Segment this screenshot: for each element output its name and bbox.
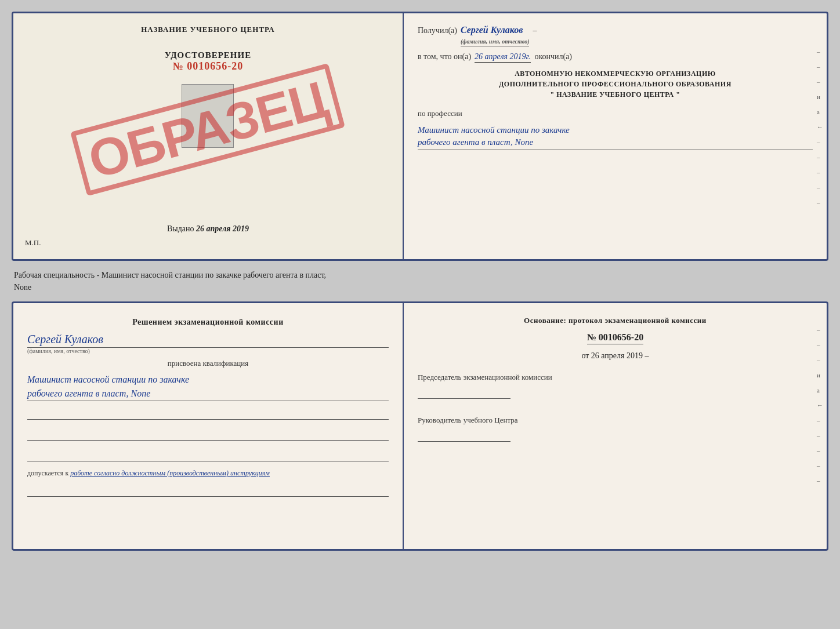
recipient-line: Получил(а) Сергей Кулаков (фамилия, имя,…: [418, 25, 813, 46]
protocol-date-prefix: от: [581, 351, 589, 360]
qualification-value: Машинист насосной станции по закачке раб…: [27, 373, 389, 401]
middle-line2: None: [14, 281, 826, 293]
issued-line: Выдано 26 апреля 2019: [167, 219, 249, 234]
doc-bottom-right: Основание: протокол экзаменационной коми…: [404, 303, 827, 549]
blank-line-4: [27, 485, 389, 497]
org-line2: ДОПОЛНИТЕЛЬНОГО ПРОФЕССИОНАЛЬНОГО ОБРАЗО…: [418, 79, 813, 89]
qual-line2: рабочего агента в пласт, None: [27, 387, 389, 401]
protocol-number: № 0010656-20: [587, 332, 643, 344]
bottom-person-name: Сергей Кулаков: [27, 333, 389, 348]
date-prefix: в том, что он(а): [418, 52, 471, 61]
side-marks-bottom: – – – и а ← – – – – –: [817, 326, 823, 484]
profession-value: Машинист насосной станции по закачке раб…: [418, 124, 813, 150]
middle-text: Рабочая специальность - Машинист насосно…: [12, 266, 828, 297]
director-title: Руководитель учебного Центра: [418, 415, 813, 426]
chairman-title: Председатель экзаменационной комиссии: [418, 372, 813, 383]
blank-line-1: [27, 408, 389, 420]
qualification-label: присвоена квалификация: [27, 359, 389, 368]
doc-left-panel: НАЗВАНИЕ УЧЕБНОГО ЦЕНТРА УДОСТОВЕРЕНИЕ №…: [13, 13, 404, 259]
page-wrapper: НАЗВАНИЕ УЧЕБНОГО ЦЕНТРА УДОСТОВЕРЕНИЕ №…: [12, 12, 828, 551]
cert-number-block: УДОСТОВЕРЕНИЕ № 0010656-20: [165, 50, 252, 72]
cert-label: УДОСТОВЕРЕНИЕ: [165, 50, 252, 60]
completion-date: 26 апреля 2019г.: [475, 52, 531, 63]
org-line3: " НАЗВАНИЕ УЧЕБНОГО ЦЕНТРА ": [418, 89, 813, 100]
chairman-sig-line: [418, 385, 510, 399]
left-title: НАЗВАНИЕ УЧЕБНОГО ЦЕНТРА: [141, 25, 275, 34]
qual-line1: Машинист насосной станции по закачке: [27, 373, 389, 387]
protocol-date: 26 апреля 2019: [591, 351, 643, 360]
issued-prefix: Выдано: [167, 224, 194, 233]
allowed-label: допускается к работе согласно должностны…: [27, 468, 389, 478]
director-block: Руководитель учебного Центра: [418, 415, 813, 442]
issued-date: 26 апреля 2019: [196, 224, 249, 233]
profession-line1: Машинист насосной станции по закачке: [418, 124, 813, 136]
recipient-sublabel: (фамилия, имя, отчество): [461, 38, 530, 45]
recipient-name: Сергей Кулаков (фамилия, имя, отчество): [461, 25, 530, 46]
commission-title: Решением экзаменационной комиссии: [27, 316, 389, 328]
allowed-value: работе согласно должностным (производств…: [70, 469, 270, 477]
bottom-person-sublabel: (фамилия, имя, отчество): [27, 348, 389, 354]
mp-label: М.П.: [25, 238, 41, 248]
bottom-document: Решением экзаменационной комиссии Сергей…: [12, 301, 828, 551]
profession-line2: рабочего агента в пласт, None: [418, 136, 813, 148]
protocol-date-line: от 26 апреля 2019 –: [418, 351, 813, 361]
doc-right-panel: Получил(а) Сергей Кулаков (фамилия, имя,…: [404, 13, 827, 259]
cert-number: № 0010656-20: [165, 60, 252, 72]
blank-line-2: [27, 429, 389, 441]
top-document: НАЗВАНИЕ УЧЕБНОГО ЦЕНТРА УДОСТОВЕРЕНИЕ №…: [12, 12, 828, 261]
middle-line1: Рабочая специальность - Машинист насосно…: [14, 269, 826, 281]
dash-right: –: [645, 351, 649, 360]
side-marks-top: – – – и а ← – – – – –: [817, 48, 823, 206]
doc-bottom-left: Решением экзаменационной комиссии Сергей…: [13, 303, 404, 549]
protocol-number-block: № 0010656-20: [418, 332, 813, 344]
dash1: –: [533, 26, 537, 35]
profession-label: по профессии: [418, 109, 813, 118]
director-sig-line: [418, 428, 510, 442]
recipient-prefix: Получил(а): [418, 26, 457, 35]
org-line1: АВТОНОМНУЮ НЕКОММЕРЧЕСКУЮ ОРГАНИЗАЦИЮ: [418, 68, 813, 79]
blank-line-3: [27, 450, 389, 461]
org-block: АВТОНОМНУЮ НЕКОММЕРЧЕСКУЮ ОРГАНИЗАЦИЮ ДО…: [418, 68, 813, 100]
chairman-block: Председатель экзаменационной комиссии: [418, 372, 813, 399]
date-line: в том, что он(а) 26 апреля 2019г. окончи…: [418, 52, 813, 63]
allowed-prefix: допускается к: [27, 469, 68, 477]
photo-placeholder: [182, 84, 234, 148]
date-postfix: окончил(а): [534, 52, 572, 61]
bottom-person-block: Сергей Кулаков (фамилия, имя, отчество): [27, 333, 389, 354]
basis-title: Основание: протокол экзаменационной коми…: [418, 316, 813, 325]
